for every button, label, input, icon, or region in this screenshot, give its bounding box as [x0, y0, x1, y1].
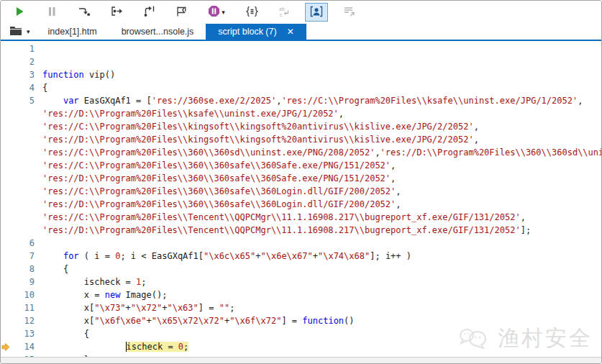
line-number[interactable]: 10	[11, 288, 42, 301]
tab-script-block-7[interactable]: script block (7)✕	[206, 24, 306, 40]
code-line: 8 {	[1, 263, 601, 276]
gutter-margin	[1, 81, 11, 94]
line-number[interactable]	[11, 185, 42, 198]
gutter-margin	[1, 55, 11, 68]
code-text[interactable]: var EasGXqAf1 = ['res://360se.exe/2/2025…	[42, 94, 601, 107]
tab-strip: ▾ index[1].htmbrowsert...nsole.jsscript …	[1, 24, 601, 41]
code-text[interactable]: x = new Image();	[42, 288, 601, 301]
gutter-margin	[1, 107, 11, 120]
pretty-print-button[interactable]	[240, 3, 263, 22]
play-icon	[14, 6, 25, 19]
braces-format-icon	[246, 6, 258, 19]
step-into-button[interactable]	[73, 3, 96, 22]
step-out-button[interactable]	[137, 3, 160, 22]
code-line: 10 x = new Image();	[1, 288, 601, 301]
code-text[interactable]: function vip()	[42, 68, 601, 81]
code-line: 4{	[1, 81, 601, 94]
line-number[interactable]	[11, 198, 42, 211]
tab-label: index[1].htm	[48, 27, 97, 37]
code-line: 1	[1, 42, 601, 55]
folder-icon	[9, 26, 22, 38]
line-number[interactable]	[11, 107, 42, 120]
line-number[interactable]	[11, 211, 42, 224]
code-line: 'res://D:\\Program%20Files\\Tencent\\QQP…	[1, 224, 601, 237]
code-text[interactable]	[42, 55, 601, 68]
gutter-margin	[1, 198, 11, 211]
break-button	[40, 3, 63, 22]
code-text[interactable]: 'res://C:\\Program%20Files\\360\\360sd\\…	[42, 146, 601, 159]
code-text[interactable]: 'res://C:\\Program%20Files\\Tencent\\QQP…	[42, 211, 601, 224]
line-number[interactable]: 4	[11, 81, 42, 94]
line-number[interactable]: 13	[11, 327, 42, 340]
gutter-margin	[1, 276, 11, 288]
line-number[interactable]	[11, 172, 42, 185]
gutter-margin	[1, 94, 11, 107]
line-number[interactable]: 8	[11, 263, 42, 276]
line-number[interactable]	[11, 146, 42, 159]
line-number[interactable]	[11, 159, 42, 172]
line-number[interactable]: 5	[11, 94, 42, 107]
line-number[interactable]	[11, 120, 42, 133]
gutter-margin	[1, 263, 11, 276]
continue-button[interactable]	[8, 3, 31, 22]
close-icon[interactable]: ✕	[287, 27, 294, 36]
code-line: 3function vip()	[1, 68, 601, 81]
code-text[interactable]: 'res://D:\\Program%20Files\\ksafe\\unins…	[42, 107, 601, 120]
code-text[interactable]: 'res://C:\\Program%20Files\\360\\360safe…	[42, 159, 601, 172]
line-number[interactable]: 9	[11, 276, 42, 288]
line-number[interactable]: 6	[11, 237, 42, 250]
code-text[interactable]: for ( i = 0; i < EasGXqAf1["\x6c\x65"+"\…	[42, 250, 601, 263]
code-line: 'res://C:\\Program%20Files\\360\\360sd\\…	[1, 146, 601, 159]
line-number[interactable]: 7	[11, 250, 42, 263]
line-number[interactable]: 12	[11, 314, 42, 327]
tab-browsertools-console-js[interactable]: browsert...nsole.js	[109, 24, 206, 40]
code-line: 'res://D:\\Program%20Files\\kingsoft\\ki…	[1, 133, 601, 146]
gutter-margin	[1, 159, 11, 172]
code-line: 'res://D:\\Program%20Files\\360\\360safe…	[1, 198, 601, 211]
code-line: 13 {	[1, 327, 601, 340]
code-text[interactable]	[42, 42, 601, 55]
code-line: 12 x["\x6f\x6e"+"\x65\x72\x72"+"\x6f\x72…	[1, 314, 601, 327]
line-number[interactable]	[11, 133, 42, 146]
code-text[interactable]: 'res://D:\\Program%20Files\\360\\360safe…	[42, 172, 601, 185]
exception-behavior-dropdown[interactable]: ▾	[202, 3, 231, 22]
chevron-down-icon: ▾	[27, 28, 30, 35]
source-map-button	[337, 3, 360, 22]
word-wrap-icon: ab c	[278, 6, 291, 19]
step-into-icon	[78, 6, 91, 19]
code-text[interactable]: x["\x73"+"\x72"+"\x63"] = "";	[42, 301, 601, 314]
just-my-code-button[interactable]	[305, 3, 328, 22]
debugger-window: ▾ ab c	[0, 0, 602, 364]
code-text[interactable]: 'res://D:\\Program%20Files\\Tencent\\QQP…	[42, 224, 601, 237]
step-over-button[interactable]	[105, 3, 128, 22]
code-line: 'res://C:\\Program%20Files\\360\\360safe…	[1, 159, 601, 172]
break-on-new-worker-button[interactable]	[170, 3, 193, 22]
code-text[interactable]: 'res://D:\\Program%20Files\\kingsoft\\ki…	[42, 133, 601, 146]
code-text[interactable]: {	[42, 327, 601, 340]
horizontal-scrollbar-track[interactable]	[1, 357, 601, 363]
code-text[interactable]: x["\x6f\x6e"+"\x65\x72\x72"+"\x6f\x72"] …	[42, 314, 601, 327]
gutter-margin	[1, 211, 11, 224]
code-text[interactable]	[42, 237, 601, 250]
line-number[interactable]: 14	[11, 340, 42, 353]
tab-index-1-htm[interactable]: index[1].htm	[36, 24, 109, 40]
code-text[interactable]: {	[42, 81, 601, 94]
line-number[interactable]: 11	[11, 301, 42, 314]
code-text[interactable]: 'res://D:\\Program%20Files\\360\\360safe…	[42, 198, 601, 211]
tab-label: browsert...nsole.js	[122, 27, 194, 37]
gutter-margin	[1, 250, 11, 263]
code-text[interactable]: 'res://C:\\Program%20Files\\360\\360safe…	[42, 185, 601, 198]
code-text[interactable]: ischeck = 0;	[42, 340, 601, 353]
code-line: 2	[1, 55, 601, 68]
word-wrap-button: ab c	[273, 3, 296, 22]
code-text[interactable]: 'res://C:\\Program%20Files\\kingsoft\\ki…	[42, 120, 601, 133]
code-text[interactable]: ischeck = 1;	[42, 276, 601, 288]
code-text[interactable]: {	[42, 263, 601, 276]
line-number[interactable]	[11, 224, 42, 237]
code-editor[interactable]: 123function vip()4{5 var EasGXqAf1 = ['r…	[1, 42, 601, 357]
source-picker-dropdown[interactable]: ▾	[5, 24, 36, 40]
svg-text:c: c	[280, 12, 283, 17]
line-number[interactable]: 3	[11, 68, 42, 81]
line-number[interactable]: 1	[11, 42, 42, 55]
line-number[interactable]: 2	[11, 55, 42, 68]
